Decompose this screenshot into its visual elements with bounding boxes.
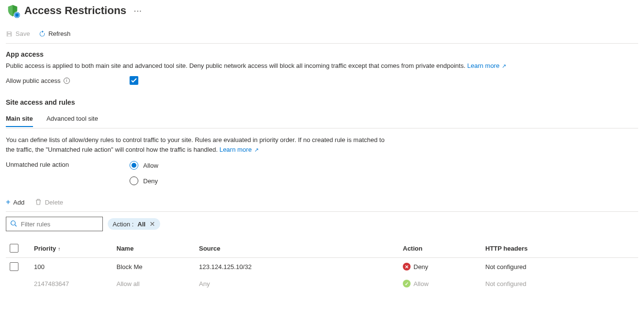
- filter-rules-input[interactable]: [21, 221, 102, 228]
- refresh-button[interactable]: Refresh: [39, 30, 71, 37]
- unmatched-rule-radio-group: Allow Deny: [130, 161, 158, 185]
- app-access-heading: App access: [6, 50, 638, 58]
- site-rules-heading: Site access and rules: [6, 98, 638, 106]
- cell-http: Not configured: [481, 258, 638, 276]
- select-all-checkbox[interactable]: [10, 244, 18, 253]
- svg-point-0: [11, 221, 16, 225]
- rules-table: Priority ↑ Name Source Action HTTP heade…: [6, 239, 638, 292]
- external-link-icon: ↗: [500, 63, 506, 69]
- trash-icon: [35, 198, 42, 207]
- close-icon[interactable]: ✕: [149, 220, 155, 228]
- allow-icon: ✓: [403, 280, 411, 287]
- table-row[interactable]: 2147483647Allow allAny✓AllowNot configur…: [6, 275, 638, 292]
- radio-allow[interactable]: Allow: [130, 161, 158, 170]
- filter-pill-action[interactable]: Action : All ✕: [108, 218, 160, 230]
- cell-action: ✓Allow: [399, 275, 481, 292]
- sort-asc-icon: ↑: [58, 246, 61, 252]
- col-priority[interactable]: Priority ↑: [30, 239, 113, 258]
- command-bar: Save Refresh: [6, 26, 638, 44]
- col-http[interactable]: HTTP headers: [481, 239, 638, 258]
- rules-description: You can define lists of allow/deny rules…: [6, 135, 394, 154]
- allow-public-access-label: Allow public access i: [6, 77, 130, 84]
- cell-priority: 100: [30, 258, 113, 276]
- filter-input-wrapper[interactable]: [6, 217, 103, 231]
- save-button[interactable]: Save: [6, 30, 30, 37]
- learn-more-link[interactable]: Learn more ↗: [467, 62, 507, 69]
- cell-http: Not configured: [481, 275, 638, 292]
- delete-rule-button[interactable]: Delete: [35, 198, 63, 207]
- page-header: Access Restrictions ···: [6, 4, 638, 17]
- more-menu-button[interactable]: ···: [131, 7, 145, 15]
- table-row[interactable]: 100Block Me123.124.125.10/32✕DenyNot con…: [6, 258, 638, 276]
- rules-command-bar: + Add Delete: [6, 185, 638, 212]
- learn-more-link-rules[interactable]: Learn more ↗: [219, 146, 259, 153]
- tab-advanced-tool-site[interactable]: Advanced tool site: [47, 112, 98, 127]
- filter-row: Action : All ✕: [6, 212, 638, 239]
- search-icon: [10, 220, 17, 228]
- cell-name: Allow all: [113, 275, 195, 292]
- refresh-icon: [39, 31, 46, 37]
- cell-action: ✕Deny: [399, 258, 481, 276]
- shield-icon: [6, 4, 19, 17]
- app-access-description: Public access is applied to both main si…: [6, 62, 540, 69]
- external-link-icon: ↗: [253, 147, 259, 153]
- col-name[interactable]: Name: [113, 239, 195, 258]
- radio-deny[interactable]: Deny: [130, 176, 158, 185]
- cell-name: Block Me: [113, 258, 195, 276]
- globe-badge-icon: [14, 12, 20, 18]
- col-action[interactable]: Action: [399, 239, 481, 258]
- tab-divider: [6, 128, 638, 128]
- col-source[interactable]: Source: [195, 239, 399, 258]
- deny-icon: ✕: [403, 263, 411, 270]
- svg-line-1: [15, 224, 17, 226]
- info-icon[interactable]: i: [64, 78, 70, 84]
- allow-public-access-row: Allow public access i: [6, 76, 638, 85]
- save-icon: [6, 31, 13, 37]
- site-tabs: Main site Advanced tool site: [6, 112, 638, 127]
- allow-public-access-checkbox[interactable]: [130, 76, 138, 85]
- add-rule-button[interactable]: + Add: [6, 198, 24, 207]
- unmatched-rule-label: Unmatched rule action: [6, 161, 130, 168]
- cell-priority: 2147483647: [30, 275, 113, 292]
- tab-main-site[interactable]: Main site: [6, 112, 33, 127]
- refresh-label: Refresh: [49, 30, 71, 37]
- unmatched-rule-row: Unmatched rule action Allow Deny: [6, 161, 638, 185]
- row-checkbox[interactable]: [10, 262, 18, 271]
- save-label: Save: [16, 30, 30, 37]
- page-title: Access Restrictions: [24, 4, 126, 17]
- cell-source: 123.124.125.10/32: [195, 258, 399, 276]
- cell-source: Any: [195, 275, 399, 292]
- plus-icon: +: [6, 198, 10, 207]
